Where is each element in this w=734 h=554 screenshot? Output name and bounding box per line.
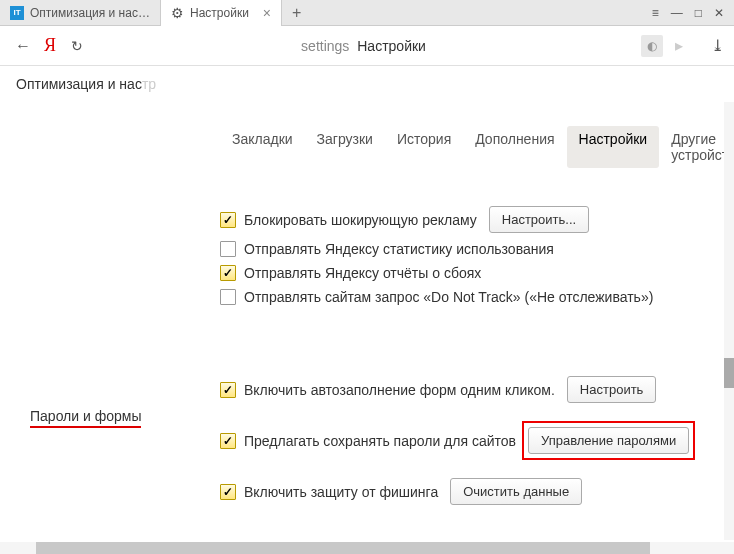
reload-button[interactable]: ↻ [64, 33, 90, 59]
label-phishing: Включить защиту от фишинга [244, 484, 438, 500]
label-dnt: Отправлять сайтам запрос «Do Not Track» … [244, 289, 653, 305]
titlebar: IT Оптимизация и настройка ⚙ Настройки ×… [0, 0, 734, 26]
checkbox-send-crash[interactable] [220, 265, 236, 281]
checkbox-block-ads[interactable] [220, 212, 236, 228]
label-save-passwords: Предлагать сохранять пароли для сайтов [244, 433, 516, 449]
maximize-icon[interactable]: □ [695, 6, 702, 20]
tab-title-1: Оптимизация и настройка [30, 6, 150, 20]
pointer-icon: ▸ [675, 36, 683, 55]
checkbox-send-stats[interactable] [220, 241, 236, 257]
address-bar[interactable]: settings Настройки [90, 38, 637, 54]
nav-downloads[interactable]: Загрузки [305, 126, 385, 168]
label-send-stats: Отправлять Яндексу статистику использова… [244, 241, 554, 257]
breadcrumb-faded: тр [142, 76, 156, 92]
tab-optimization[interactable]: IT Оптимизация и настройка [0, 0, 161, 26]
download-icon[interactable]: ⤓ [711, 36, 724, 55]
label-send-crash: Отправлять Яндексу отчёты о сбоях [244, 265, 481, 281]
configure-autofill-button[interactable]: Настроить [567, 376, 657, 403]
shield-icon[interactable]: ◐ [641, 35, 663, 57]
nav-settings[interactable]: Настройки [567, 126, 660, 168]
menu-icon[interactable]: ≡ [652, 6, 659, 20]
toolbar: ← Я ↻ settings Настройки ◐ ▸ ⤓ [0, 26, 734, 66]
close-icon[interactable]: × [263, 5, 271, 21]
horizontal-scroll-thumb[interactable] [36, 542, 650, 554]
breadcrumb: Оптимизация и настр [0, 66, 734, 102]
yandex-logo[interactable]: Я [44, 35, 56, 56]
highlight-box: Управление паролями [522, 421, 695, 460]
tab-settings[interactable]: ⚙ Настройки × [161, 0, 282, 26]
close-window-icon[interactable]: ✕ [714, 6, 724, 20]
label-autofill: Включить автозаполнение форм одним клико… [244, 382, 555, 398]
section-passwords-forms: Пароли и формы [30, 408, 141, 428]
vertical-scroll-thumb[interactable] [724, 358, 734, 388]
nav-devices[interactable]: Другие устройств [659, 126, 734, 168]
nav-addons[interactable]: Дополнения [463, 126, 566, 168]
breadcrumb-text: Оптимизация и нас [16, 76, 142, 92]
nav-bookmarks[interactable]: Закладки [220, 126, 305, 168]
new-tab-button[interactable]: + [282, 4, 311, 22]
address-title: Настройки [357, 38, 426, 54]
settings-body: Блокировать шокирующую рекламу Настроить… [0, 178, 734, 505]
horizontal-scrollbar[interactable] [0, 542, 734, 554]
nav-history[interactable]: История [385, 126, 463, 168]
tab-title-2: Настройки [190, 6, 249, 20]
gear-icon: ⚙ [171, 5, 184, 21]
checkbox-autofill[interactable] [220, 382, 236, 398]
checkbox-phishing[interactable] [220, 484, 236, 500]
content-area: Закладки Загрузки История Дополнения Нас… [0, 102, 734, 540]
checkbox-dnt[interactable] [220, 289, 236, 305]
label-block-ads: Блокировать шокирующую рекламу [244, 212, 477, 228]
back-button[interactable]: ← [10, 33, 36, 59]
favicon-it: IT [10, 6, 24, 20]
checkbox-save-passwords[interactable] [220, 433, 236, 449]
address-path: settings [301, 38, 349, 54]
configure-ads-button[interactable]: Настроить... [489, 206, 589, 233]
vertical-scrollbar[interactable] [724, 102, 734, 540]
tabs-nav: Закладки Загрузки История Дополнения Нас… [0, 102, 734, 178]
minimize-icon[interactable]: — [671, 6, 683, 20]
clear-data-button[interactable]: Очистить данные [450, 478, 582, 505]
manage-passwords-button[interactable]: Управление паролями [528, 427, 689, 454]
